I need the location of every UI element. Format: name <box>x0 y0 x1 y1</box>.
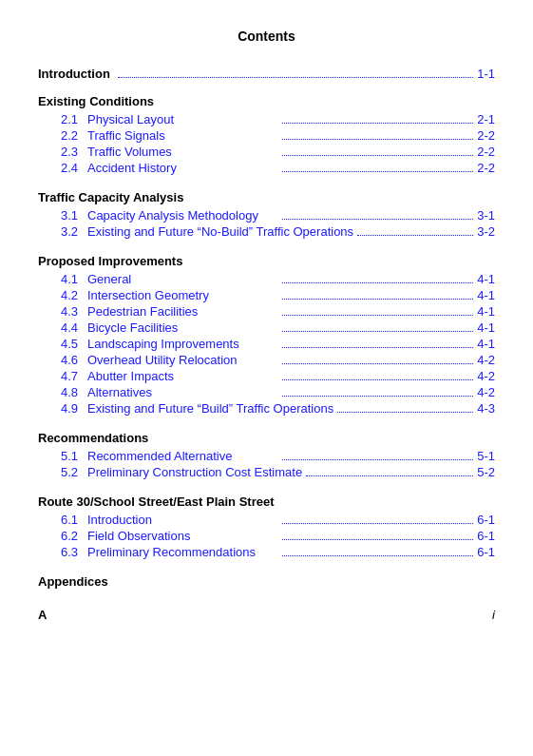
toc-row-3-0: 5.1Recommended Alternative5-1 <box>38 449 495 463</box>
section-entries-0: 2.1Physical Layout2-12.2Traffic Signals2… <box>38 112 495 175</box>
entry-page-4-0: 6-1 <box>477 513 495 527</box>
entry-dots-2-1 <box>282 299 473 300</box>
entry-dots-2-3 <box>282 331 473 332</box>
entry-label-0-2: Traffic Volumes <box>87 145 278 159</box>
entry-label-1-1: Existing and Future “No-Build” Traffic O… <box>87 224 353 239</box>
entry-num-2-6: 4.7 <box>38 369 87 383</box>
toc-row-1-1: 3.2Existing and Future “No-Build” Traffi… <box>38 224 495 239</box>
entry-page-2-4: 4-1 <box>477 337 495 351</box>
toc-row-0-0: 2.1Physical Layout2-1 <box>38 112 495 126</box>
entry-label-1-0: Capacity Analysis Methodology <box>87 208 278 223</box>
entry-page-2-2: 4-1 <box>477 304 495 319</box>
section-heading-1: Traffic Capacity Analysis <box>38 190 495 204</box>
toc-row-0-3: 2.4Accident History2-2 <box>38 161 495 175</box>
entry-num-4-1: 6.2 <box>38 529 87 543</box>
toc-row-0-2: 2.3Traffic Volumes2-2 <box>38 145 495 159</box>
entry-page-3-0: 5-1 <box>477 449 495 463</box>
entry-label-2-3: Bicycle Facilities <box>87 320 278 335</box>
entry-page-0-3: 2-2 <box>477 161 495 175</box>
entry-num-0-2: 2.3 <box>38 145 87 159</box>
entry-label-2-1: Intersection Geometry <box>87 288 278 302</box>
entry-page-3-1: 5-2 <box>477 465 495 479</box>
toc-row-1-0: 3.1Capacity Analysis Methodology3-1 <box>38 208 495 223</box>
entry-label-2-2: Pedestrian Facilities <box>87 304 278 319</box>
toc-row-2-2: 4.3Pedestrian Facilities4-1 <box>38 304 495 319</box>
entry-page-2-0: 4-1 <box>477 272 495 286</box>
section-4: Route 30/School Street/East Plain Street… <box>38 494 495 559</box>
toc-row-2-8: 4.9Existing and Future “Build” Traffic O… <box>38 401 495 416</box>
toc-row-2-3: 4.4Bicycle Facilities4-1 <box>38 320 495 335</box>
section-heading-2: Proposed Improvements <box>38 254 495 268</box>
intro-label: Introduction <box>38 67 110 81</box>
entry-num-3-1: 5.2 <box>38 465 87 479</box>
entry-num-2-2: 4.3 <box>38 304 87 319</box>
entry-num-0-1: 2.2 <box>38 128 87 143</box>
entry-page-2-6: 4-2 <box>477 369 495 383</box>
section-5: Appendices <box>38 574 495 589</box>
entry-page-1-1: 3-2 <box>477 224 495 239</box>
entry-label-4-2: Preliminary Recommendations <box>87 545 278 559</box>
entry-label-4-1: Field Observations <box>87 529 278 543</box>
intro-dots <box>118 77 473 78</box>
entry-page-4-1: 6-1 <box>477 529 495 543</box>
footer-row: A i <box>38 608 495 622</box>
section-heading-0: Existing Conditions <box>38 94 495 108</box>
entry-label-0-3: Accident History <box>87 161 278 175</box>
toc-row-2-6: 4.7Abutter Impacts4-2 <box>38 369 495 383</box>
entry-page-1-0: 3-1 <box>477 208 495 223</box>
entry-dots-4-1 <box>282 539 473 540</box>
entry-dots-2-0 <box>282 282 473 283</box>
entry-label-2-0: General <box>87 272 278 286</box>
entry-dots-4-0 <box>282 523 473 524</box>
section-2: Proposed Improvements4.1General4-14.2Int… <box>38 254 495 416</box>
toc-row-4-0: 6.1Introduction6-1 <box>38 513 495 527</box>
entry-num-2-0: 4.1 <box>38 272 87 286</box>
toc-row-2-0: 4.1General4-1 <box>38 272 495 286</box>
entry-page-4-2: 6-1 <box>477 545 495 559</box>
section-heading-5: Appendices <box>38 574 495 589</box>
entry-label-3-0: Recommended Alternative <box>87 449 278 463</box>
entry-num-2-4: 4.5 <box>38 337 87 351</box>
section-0: Existing Conditions2.1Physical Layout2-1… <box>38 94 495 175</box>
entry-num-1-0: 3.1 <box>38 208 87 223</box>
page-title: Contents <box>38 29 495 44</box>
toc-row-2-1: 4.2Intersection Geometry4-1 <box>38 288 495 302</box>
entry-page-2-5: 4-2 <box>477 353 495 367</box>
toc-row-2-4: 4.5Landscaping Improvements4-1 <box>38 337 495 351</box>
footer-left: A <box>38 608 47 622</box>
entry-label-2-5: Overhead Utility Relocation <box>87 353 278 367</box>
entry-dots-3-1 <box>306 475 473 476</box>
toc-row-2-7: 4.8Alternatives4-2 <box>38 385 495 399</box>
entry-num-0-3: 2.4 <box>38 161 87 175</box>
section-entries-4: 6.1Introduction6-16.2Field Observations6… <box>38 513 495 559</box>
entry-page-0-0: 2-1 <box>477 112 495 126</box>
section-entries-1: 3.1Capacity Analysis Methodology3-13.2Ex… <box>38 208 495 239</box>
entry-dots-2-8 <box>337 412 473 413</box>
entry-num-1-1: 3.2 <box>38 224 87 239</box>
entry-label-2-4: Landscaping Improvements <box>87 337 278 351</box>
entry-label-3-1: Preliminary Construction Cost Estimate <box>87 465 302 479</box>
entry-label-0-1: Traffic Signals <box>87 128 278 143</box>
entry-page-2-1: 4-1 <box>477 288 495 302</box>
entry-dots-0-2 <box>282 155 473 156</box>
entry-label-4-0: Introduction <box>87 513 278 527</box>
entry-label-0-0: Physical Layout <box>87 112 278 126</box>
entry-num-2-3: 4.4 <box>38 320 87 335</box>
entry-dots-4-2 <box>282 555 473 556</box>
entry-dots-2-2 <box>282 315 473 316</box>
entry-dots-0-3 <box>282 171 473 172</box>
entry-page-2-3: 4-1 <box>477 320 495 335</box>
entry-dots-1-1 <box>357 235 473 236</box>
entry-dots-3-0 <box>282 459 473 460</box>
entry-num-2-7: 4.8 <box>38 385 87 399</box>
entry-num-2-1: 4.2 <box>38 288 87 302</box>
entry-num-0-0: 2.1 <box>38 112 87 126</box>
toc-row-3-1: 5.2Preliminary Construction Cost Estimat… <box>38 465 495 479</box>
entry-dots-0-0 <box>282 123 473 124</box>
entry-page-0-2: 2-2 <box>477 145 495 159</box>
section-3: Recommendations5.1Recommended Alternativ… <box>38 431 495 479</box>
intro-page: 1-1 <box>477 67 495 81</box>
section-1: Traffic Capacity Analysis3.1Capacity Ana… <box>38 190 495 239</box>
entry-dots-2-4 <box>282 347 473 348</box>
entry-num-4-2: 6.3 <box>38 545 87 559</box>
